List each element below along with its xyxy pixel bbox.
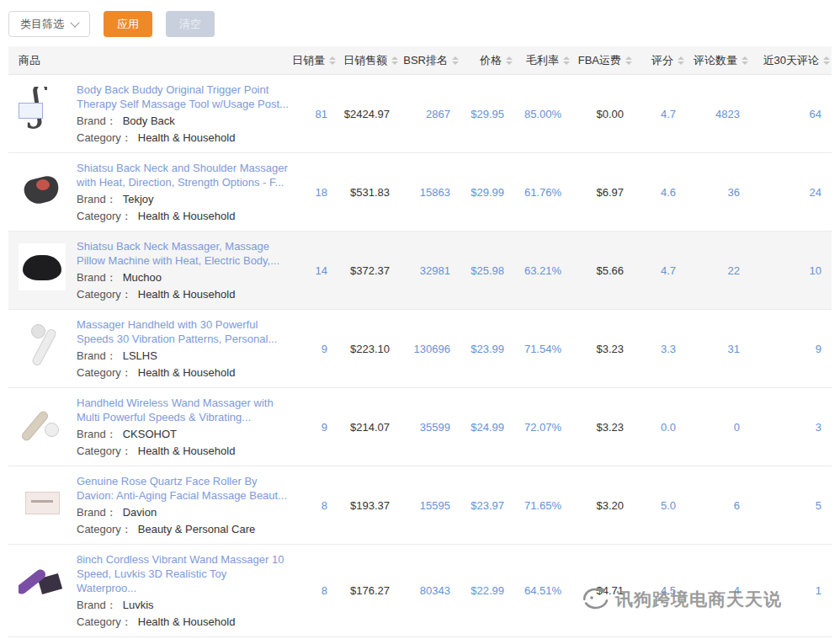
product-info: Handheld Wireless Wand Massager with Mul… <box>77 396 289 458</box>
product-thumbnail[interactable] <box>19 400 66 447</box>
product-title-link[interactable]: Shiatsu Back Neck and Shoulder Massager … <box>77 161 289 189</box>
table-row: Shiatsu Back Neck Massager, Massage Pill… <box>8 232 832 310</box>
reviews-30d-value[interactable]: 1 <box>750 545 832 637</box>
column-header-review-count[interactable]: 评论数量 <box>686 46 750 75</box>
reviews-30d-value[interactable]: 10 <box>750 232 832 310</box>
product-thumbnail[interactable] <box>19 87 66 134</box>
sort-icon[interactable] <box>329 56 336 65</box>
rating-value[interactable]: 5.0 <box>634 466 686 545</box>
category-value: Health & Household <box>138 131 236 144</box>
product-title-link[interactable]: Genuine Rose Quartz Face Roller By Davio… <box>77 474 289 503</box>
daily-sales-value[interactable]: 8 <box>290 545 338 637</box>
reviews-value[interactable]: 22 <box>686 232 750 310</box>
daily-sales-value[interactable]: 81 <box>290 75 338 153</box>
product-table: 商品日销量日销售额BSR排名价格毛利率FBA运费评分评论数量近30天评论 Bod… <box>8 46 832 639</box>
sort-icon[interactable] <box>823 56 830 65</box>
price-value[interactable]: $29.95 <box>460 75 514 153</box>
sort-icon[interactable] <box>506 56 513 65</box>
product-thumbnail[interactable] <box>19 322 66 369</box>
column-header-margin[interactable]: 毛利率 <box>514 46 572 75</box>
brand-label: Brand： <box>77 114 117 127</box>
daily-sales-value[interactable]: 8 <box>290 466 338 545</box>
column-header-reviews-30d[interactable]: 近30天评论 <box>750 46 832 75</box>
margin-value[interactable]: 72.07% <box>514 388 572 466</box>
column-header-bsr-rank[interactable]: BSR排名 <box>400 46 460 75</box>
column-header-rating[interactable]: 评分 <box>634 46 686 75</box>
price-value[interactable]: $24.99 <box>460 388 514 466</box>
price-value[interactable]: $23.97 <box>460 466 514 545</box>
product-title-link[interactable]: Handheld Wireless Wand Massager with Mul… <box>77 396 289 424</box>
reviews-value[interactable]: 0 <box>686 388 750 466</box>
reviews-value[interactable]: 36 <box>686 153 750 232</box>
daily-sales-value[interactable]: 9 <box>290 310 338 388</box>
rating-value[interactable]: 4.6 <box>634 153 686 232</box>
rating-value[interactable]: 3.3 <box>634 310 686 388</box>
product-title-link[interactable]: Body Back Buddy Original Trigger Point T… <box>77 83 289 111</box>
margin-value[interactable]: 71.54% <box>514 310 572 388</box>
bsr-rank-value[interactable]: 2867 <box>400 75 460 153</box>
reviews-value[interactable]: 4 <box>686 545 750 637</box>
brand-value: CKSOHOT <box>123 428 177 440</box>
sort-icon[interactable] <box>678 56 684 65</box>
bsr-rank-value[interactable]: 15863 <box>400 153 460 232</box>
category-value: Health & Household <box>138 366 236 379</box>
bsr-rank-value[interactable]: 32981 <box>400 232 460 310</box>
daily-sales-value[interactable]: 9 <box>290 388 338 466</box>
bsr-rank-value[interactable]: 80343 <box>400 545 460 637</box>
column-header-label: FBA运费 <box>578 53 621 68</box>
apply-button[interactable]: 应用 <box>104 11 152 37</box>
category-filter-dropdown[interactable]: 类目筛选 <box>8 11 90 37</box>
sort-icon[interactable] <box>625 56 632 65</box>
reviews-30d-value[interactable]: 3 <box>750 388 832 466</box>
daily-revenue-value: $223.10 <box>338 310 400 388</box>
bsr-rank-value[interactable]: 35599 <box>400 388 460 466</box>
price-value[interactable]: $22.99 <box>460 545 514 637</box>
reviews-value[interactable]: 6 <box>686 466 750 545</box>
price-value[interactable]: $29.99 <box>460 153 514 232</box>
daily-sales-value[interactable]: 14 <box>290 232 338 310</box>
margin-value[interactable]: 71.65% <box>514 466 572 545</box>
reviews-value[interactable]: 4823 <box>686 75 750 153</box>
product-thumbnail[interactable] <box>19 165 66 212</box>
brand-line: Brand：Luvkis <box>77 598 289 612</box>
product-title-link[interactable]: Shiatsu Back Neck Massager, Massage Pill… <box>77 239 289 268</box>
reviews-30d-value[interactable]: 24 <box>750 153 832 232</box>
reviews-30d-value[interactable]: 9 <box>750 310 832 388</box>
reviews-value[interactable]: 31 <box>686 310 750 388</box>
column-header-price[interactable]: 价格 <box>460 46 514 75</box>
sort-icon[interactable] <box>452 56 459 65</box>
margin-value[interactable]: 64.51% <box>514 545 572 637</box>
column-header-fba-fee[interactable]: FBA运费 <box>572 46 634 75</box>
product-title-link[interactable]: 8inch Cordless Vibrant Wand Massager 10 … <box>77 552 289 595</box>
rating-value[interactable]: 4.7 <box>634 75 686 153</box>
product-thumbnail[interactable] <box>19 243 66 290</box>
product-info: Body Back Buddy Original Trigger Point T… <box>77 83 289 145</box>
bsr-rank-value[interactable]: 130696 <box>400 310 460 388</box>
sort-icon[interactable] <box>563 56 570 65</box>
sort-icon[interactable] <box>742 56 748 65</box>
margin-value[interactable]: 61.76% <box>514 153 572 232</box>
reviews-30d-value[interactable]: 5 <box>750 466 832 545</box>
category-label: Category： <box>77 615 132 628</box>
reviews-30d-value[interactable]: 64 <box>750 75 832 153</box>
table-row: Handheld Wireless Wand Massager with Mul… <box>8 388 832 466</box>
margin-value[interactable]: 85.00% <box>514 75 572 153</box>
price-value[interactable]: $25.98 <box>460 232 514 310</box>
rating-value[interactable]: 4.5 <box>634 545 686 637</box>
column-header-daily-revenue[interactable]: 日销售额 <box>338 46 400 75</box>
table-row: Massager Handheld with 30 Powerful Speed… <box>8 310 832 388</box>
product-thumbnail[interactable] <box>19 478 66 525</box>
daily-revenue-value: $214.07 <box>338 388 400 466</box>
daily-sales-value[interactable]: 18 <box>290 153 338 232</box>
bsr-rank-value[interactable]: 15595 <box>400 466 460 545</box>
price-value[interactable]: $23.99 <box>460 310 514 388</box>
column-header-label: 价格 <box>480 53 502 68</box>
sort-icon[interactable] <box>391 56 398 65</box>
product-title-link[interactable]: Massager Handheld with 30 Powerful Speed… <box>77 317 289 346</box>
margin-value[interactable]: 63.21% <box>514 232 572 310</box>
rating-value[interactable]: 4.7 <box>634 232 686 310</box>
header-row: 商品日销量日销售额BSR排名价格毛利率FBA运费评分评论数量近30天评论 <box>8 46 832 75</box>
rating-value[interactable]: 0.0 <box>634 388 686 466</box>
column-header-daily-sales[interactable]: 日销量 <box>290 46 338 75</box>
product-thumbnail[interactable] <box>19 556 66 604</box>
